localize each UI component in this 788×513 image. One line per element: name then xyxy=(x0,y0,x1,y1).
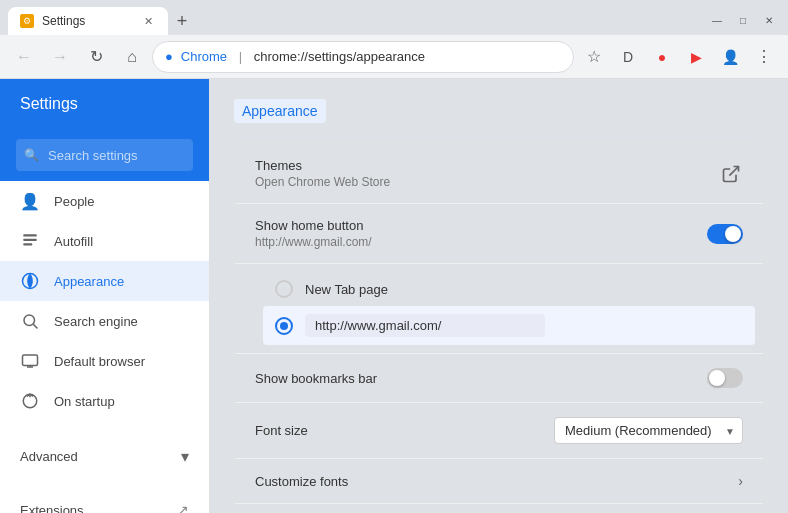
tab-favicon: ⚙ xyxy=(20,14,34,28)
radio-new-tab[interactable]: New Tab page xyxy=(275,272,743,306)
radio-new-tab-circle xyxy=(275,280,293,298)
expand-icon: ▾ xyxy=(181,447,189,466)
tab-title: Settings xyxy=(42,14,85,28)
themes-row: Themes Open Chrome Web Store xyxy=(235,144,763,204)
extension-d-button[interactable]: D xyxy=(612,41,644,73)
radio-url-input[interactable] xyxy=(305,314,545,337)
extension-o-button[interactable]: ● xyxy=(646,41,678,73)
default-browser-icon xyxy=(20,351,40,371)
show-home-button-sub: http://www.gmail.com/ xyxy=(255,235,707,249)
font-size-dropdown-wrapper: Medium (Recommended) Small Large Very La… xyxy=(554,417,743,444)
forward-button[interactable]: → xyxy=(44,41,76,73)
bookmarks-toggle-thumb xyxy=(709,370,725,386)
sidebar-item-people[interactable]: 👤 People xyxy=(0,181,209,221)
sidebar-label-search-engine: Search engine xyxy=(54,314,138,329)
themes-title: Themes xyxy=(255,158,719,173)
show-bookmarks-bar-title: Show bookmarks bar xyxy=(255,371,707,386)
radio-url-circle xyxy=(275,317,293,335)
radio-section: New Tab page xyxy=(235,264,763,354)
lock-icon: ● xyxy=(165,49,173,64)
tab-close-button[interactable]: ✕ xyxy=(140,13,156,29)
font-size-row: Font size Medium (Recommended) Small Lar… xyxy=(235,403,763,459)
search-bar-container xyxy=(0,129,209,181)
sidebar-label-people: People xyxy=(54,194,94,209)
settings-card: Themes Open Chrome Web Store xyxy=(234,143,764,513)
section-title: Appearance xyxy=(234,99,326,123)
on-startup-icon xyxy=(20,391,40,411)
customize-fonts-arrow: › xyxy=(738,473,743,489)
address-site: Chrome xyxy=(181,49,227,64)
active-tab[interactable]: ⚙ Settings ✕ xyxy=(8,7,168,35)
maximize-button[interactable]: □ xyxy=(732,9,754,31)
sidebar-advanced[interactable]: Advanced ▾ xyxy=(0,437,209,476)
sidebar-item-default-browser[interactable]: Default browser xyxy=(0,341,209,381)
minimize-button[interactable]: — xyxy=(706,9,728,31)
svg-line-11 xyxy=(729,166,738,175)
extension-y-button[interactable]: ▶ xyxy=(680,41,712,73)
address-bar[interactable]: ● Chrome | chrome://settings/appearance xyxy=(152,41,574,73)
menu-button[interactable]: ⋮ xyxy=(748,41,780,73)
show-home-button-title: Show home button xyxy=(255,218,707,233)
new-tab-button[interactable]: + xyxy=(168,7,196,35)
customize-fonts-title: Customize fonts xyxy=(255,474,738,489)
close-button[interactable]: ✕ xyxy=(758,9,780,31)
search-icon xyxy=(20,311,40,331)
font-size-dropdown[interactable]: Medium (Recommended) Small Large Very La… xyxy=(554,417,743,444)
sidebar-title: Settings xyxy=(0,79,209,129)
main-content: Appearance Themes Open Chrome Web Store xyxy=(210,79,788,513)
customize-fonts-row[interactable]: Customize fonts › xyxy=(235,459,763,504)
bookmark-button[interactable]: ☆ xyxy=(578,41,610,73)
sidebar-item-on-startup[interactable]: On startup xyxy=(0,381,209,421)
show-home-button-row: Show home button http://www.gmail.com/ xyxy=(235,204,763,264)
profile-button[interactable]: 👤 xyxy=(714,41,746,73)
sidebar-extensions[interactable]: Extensions ↗ xyxy=(0,492,209,513)
show-bookmarks-bar-toggle[interactable] xyxy=(707,368,743,388)
appearance-icon xyxy=(20,271,40,291)
themes-external-link-icon[interactable] xyxy=(719,162,743,186)
svg-rect-2 xyxy=(23,243,32,245)
svg-rect-1 xyxy=(23,239,37,241)
autofill-icon xyxy=(20,231,40,251)
show-home-button-toggle[interactable] xyxy=(707,224,743,244)
address-separator: | xyxy=(235,49,246,64)
svg-rect-0 xyxy=(23,234,37,236)
external-link-icon: ↗ xyxy=(177,502,189,513)
sidebar-label-on-startup: On startup xyxy=(54,394,115,409)
page-zoom-row: Page zoom 100% 75% 90% 110% 125% xyxy=(235,504,763,513)
people-icon: 👤 xyxy=(20,191,40,211)
reload-button[interactable]: ↻ xyxy=(80,41,112,73)
sidebar-label-default-browser: Default browser xyxy=(54,354,145,369)
radio-new-tab-label: New Tab page xyxy=(305,282,388,297)
show-bookmarks-bar-row: Show bookmarks bar xyxy=(235,354,763,403)
sidebar-label-appearance: Appearance xyxy=(54,274,124,289)
svg-point-4 xyxy=(24,315,35,326)
sidebar-item-autofill[interactable]: Autofill xyxy=(0,221,209,261)
sidebar-item-appearance[interactable]: Appearance xyxy=(0,261,209,301)
sidebar-item-search-engine[interactable]: Search engine xyxy=(0,301,209,341)
svg-line-5 xyxy=(33,324,37,328)
address-path: chrome://settings/appearance xyxy=(254,49,425,64)
sidebar: Settings 👤 People Autofill App xyxy=(0,79,210,513)
themes-subtitle: Open Chrome Web Store xyxy=(255,175,719,189)
toggle-thumb xyxy=(725,226,741,242)
radio-url[interactable] xyxy=(263,306,755,345)
search-input[interactable] xyxy=(16,139,193,171)
home-button[interactable]: ⌂ xyxy=(116,41,148,73)
back-button[interactable]: ← xyxy=(8,41,40,73)
sidebar-advanced-label: Advanced xyxy=(20,449,181,464)
svg-rect-6 xyxy=(23,355,38,366)
font-size-title: Font size xyxy=(255,423,554,438)
sidebar-extensions-label: Extensions xyxy=(20,503,163,514)
sidebar-label-autofill: Autofill xyxy=(54,234,93,249)
